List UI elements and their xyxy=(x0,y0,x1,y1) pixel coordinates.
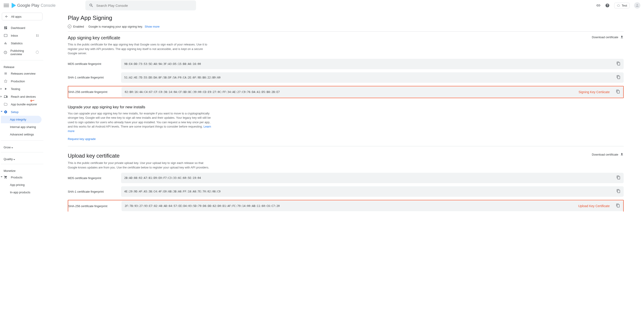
copy-icon[interactable] xyxy=(613,90,620,95)
nav-app-integrity[interactable]: App integrity xyxy=(1,116,42,123)
search-input[interactable] xyxy=(96,4,192,8)
main-content: Play App Signing ✓ Enabled · Google is m… xyxy=(44,11,644,221)
fp-value: 02:B0:16:4A:C4:67:CF:C0:38:14:0A:CF:BD:B… xyxy=(122,87,623,97)
sha1-row: SHA-1 certificate fingerprint 51:A2:4E:7… xyxy=(68,72,624,83)
check-icon: ✓ xyxy=(68,25,72,28)
nav-label: Inbox xyxy=(11,34,18,37)
production-icon xyxy=(4,79,8,83)
nav-label: Statistics xyxy=(11,42,22,45)
all-apps-label: All apps xyxy=(11,15,22,18)
nav-setup[interactable]: Setup xyxy=(1,108,42,116)
bundle-icon xyxy=(4,102,8,106)
nav-app-pricing[interactable]: App pricing xyxy=(1,181,42,189)
download-upload-cert[interactable]: Download certificate xyxy=(592,153,624,156)
download-signing-cert[interactable]: Download certificate xyxy=(592,35,624,39)
copy-icon[interactable] xyxy=(613,203,620,208)
nav-inbox[interactable]: Inbox 11 xyxy=(1,32,42,39)
upload-title: Upload key certificate xyxy=(68,153,212,159)
fp-value: 2F:7B:93:27:93:E7:82:48:AD:64:57:EE:D4:0… xyxy=(122,201,623,211)
request-upgrade-link[interactable]: Request key upgrade xyxy=(68,137,96,141)
download-icon xyxy=(620,153,624,156)
copy-icon[interactable] xyxy=(614,175,620,180)
back-arrow-icon xyxy=(5,15,8,18)
signing-desc: This is the public certificate for the a… xyxy=(68,42,212,56)
copy-icon[interactable] xyxy=(614,189,620,194)
nav-internal-sharing[interactable]: Internal app sharing xyxy=(1,123,42,131)
nav-testing[interactable]: Testing xyxy=(1,85,42,93)
help-icon[interactable] xyxy=(605,3,610,8)
quality-header[interactable]: Quality xyxy=(1,155,43,162)
monetize-header: Monetize xyxy=(1,166,43,173)
play-icon xyxy=(12,3,16,8)
nav-label: Testing xyxy=(11,87,20,91)
nav-inapp-products[interactable]: In-app products xyxy=(1,189,42,196)
nav-label: Reach and devices xyxy=(11,95,36,98)
nav-products[interactable]: Products xyxy=(1,173,42,181)
sha256-row: SHA-256 certificate fingerprint 02:B0:16… xyxy=(68,87,623,97)
nav-app-bundle[interactable]: App bundle explorer xyxy=(1,100,42,108)
nav-advanced-settings[interactable]: Advanced settings xyxy=(1,131,42,138)
page-title: Play App Signing xyxy=(68,15,624,22)
menu-icon[interactable] xyxy=(4,3,9,8)
fp-value: 51:A2:4E:7D:55:DD:DA:8F:5B:DF:5A:F0:CA:2… xyxy=(121,72,624,83)
grow-header[interactable]: Grow xyxy=(1,143,43,150)
stats-icon xyxy=(4,41,8,45)
releases-icon xyxy=(4,72,8,75)
nav-label: Advanced settings xyxy=(10,133,34,136)
nav-label: App integrity xyxy=(10,118,26,121)
search-bar[interactable] xyxy=(86,1,196,11)
nav-reach[interactable]: Reach and devices xyxy=(1,93,42,100)
dashboard-icon xyxy=(4,26,8,30)
nav-releases-overview[interactable]: Releases overview xyxy=(1,70,42,77)
nav-label: Releases overview xyxy=(11,72,36,75)
signing-highlight: SHA-256 certificate fingerprint 02:B0:16… xyxy=(68,86,624,98)
upload-desc: This is the public certificate for your … xyxy=(68,161,212,170)
show-more-link[interactable]: Show more xyxy=(144,25,160,28)
avatar[interactable] xyxy=(634,2,640,9)
copy-icon[interactable] xyxy=(614,75,620,80)
copy-icon[interactable] xyxy=(614,62,620,67)
testing-icon xyxy=(4,87,8,91)
nav-label: Dashboard xyxy=(11,26,25,30)
nav-label: In-app products xyxy=(10,191,30,194)
status-enabled: Enabled xyxy=(73,25,84,28)
upgrade-title: Upgrade your app signing key for new ins… xyxy=(68,105,624,109)
top-header: Google Play Console Test xyxy=(0,0,644,11)
publish-icon xyxy=(4,51,7,54)
upload-sha256-row: SHA-256 certificate fingerprint 2F:7B:93… xyxy=(68,201,623,211)
nav-label: App bundle explorer xyxy=(11,103,37,106)
gear-icon xyxy=(4,110,8,114)
inbox-icon xyxy=(4,34,8,37)
product-name: Google Play xyxy=(17,3,39,8)
nav-label: Setup xyxy=(11,110,18,114)
upload-sha1-row: SHA-1 certificate fingerprint 4E:29:9D:4… xyxy=(68,186,624,197)
fp-label: SHA-1 certificate fingerprint xyxy=(68,190,121,193)
cart-icon xyxy=(4,175,8,179)
fp-label: SHA-1 certificate fingerprint xyxy=(68,76,121,79)
nav-publishing[interactable]: Publishing overview xyxy=(1,47,42,58)
fp-value: 4E:29:9D:4F:A5:3B:C4:4F:E0:6B:3B:A8:FF:1… xyxy=(121,186,624,197)
inbox-badge: 11 xyxy=(36,34,39,37)
nav-statistics[interactable]: Statistics xyxy=(1,39,42,47)
search-icon xyxy=(89,3,94,8)
upload-md5-row: MD5 certificate fingerprint 2B:AD:88:02:… xyxy=(68,173,624,183)
product-suffix: Console xyxy=(41,3,56,8)
nav-label: Production xyxy=(11,80,25,83)
download-icon xyxy=(620,35,624,39)
status-desc: Google is managing your app signing key. xyxy=(88,25,143,28)
cloud-icon xyxy=(617,4,620,7)
fp-label: MD5 certificate fingerprint xyxy=(68,176,121,180)
nav-label: Internal app sharing xyxy=(10,125,36,129)
status-row: ✓ Enabled · Google is managing your app … xyxy=(68,25,624,32)
nav-production[interactable]: Production xyxy=(1,77,42,85)
link-icon[interactable] xyxy=(596,3,601,8)
publish-status-icon xyxy=(36,51,39,55)
product-logo[interactable]: Google Play Console xyxy=(12,3,56,8)
signing-title: App signing key certificate xyxy=(68,35,212,41)
test-label: Test xyxy=(622,4,627,7)
test-chip[interactable]: Test xyxy=(614,3,630,8)
fp-label: MD5 certificate fingerprint xyxy=(68,62,121,66)
all-apps-button[interactable]: All apps xyxy=(2,13,42,20)
nav-dashboard[interactable]: Dashboard xyxy=(1,24,42,32)
release-header: Release xyxy=(1,63,43,70)
